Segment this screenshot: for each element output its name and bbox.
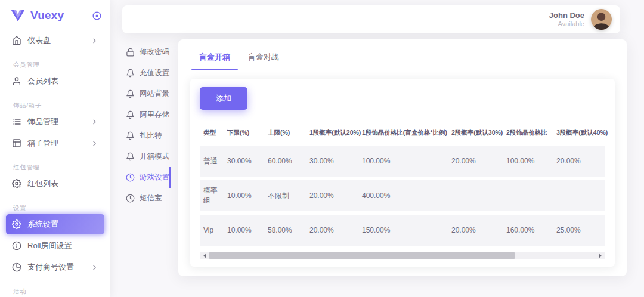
sidebar-section-header-redpacket: 红包管理: [13, 163, 110, 172]
chevron-right-icon: [91, 118, 98, 126]
sidebar-section-header-items-boxes: 饰品/箱子: [13, 101, 110, 110]
table-row: 普通 30.00% 60.00% 30.00% 100.00% 20.00% 1…: [200, 146, 605, 177]
sidebar-item-system-settings[interactable]: 系统设置: [6, 214, 104, 234]
sidebar-item-label: 箱子管理: [27, 138, 58, 148]
table-cell: 30.00%: [224, 146, 264, 177]
table-row: Vip 10.00% 58.00% 20.00% 150.00% 20.00% …: [200, 215, 605, 246]
table-cell: [448, 180, 503, 211]
user-name: John Doe: [549, 11, 584, 20]
sidebar-item-member-list[interactable]: 会员列表: [6, 71, 104, 91]
brand-name: Vuexy: [30, 9, 92, 22]
table-cell: 概率组: [200, 180, 224, 211]
table-cell: 20.00%: [306, 215, 358, 246]
horizontal-scrollbar[interactable]: [200, 252, 605, 259]
table-cell: 20.00%: [448, 215, 503, 246]
user-status: Available: [549, 20, 584, 29]
settings-nav-item-game-settings[interactable]: 游戏设置: [122, 167, 171, 188]
gear-icon: [12, 219, 21, 229]
settings-nav-item-sms[interactable]: 短信宝: [122, 188, 171, 209]
gear-icon: [12, 179, 21, 188]
settings-nav-label: 短信宝: [140, 193, 162, 203]
settings-nav-label: 阿里存储: [140, 110, 169, 120]
settings-nav-label: 扎比特: [140, 131, 162, 141]
sidebar-item-box-management[interactable]: 箱子管理: [6, 133, 104, 153]
tab-blindbox-open[interactable]: 盲盒开箱: [190, 45, 239, 70]
settings-nav: 修改密码 充值设置 网站背景 阿里存储 扎比特 开箱模式: [122, 39, 171, 209]
settings-nav-item-unbox-mode[interactable]: 开箱模式: [122, 146, 171, 167]
lock-icon: [126, 48, 135, 57]
table-cell: [503, 180, 553, 211]
user-avatar[interactable]: [591, 9, 612, 30]
sidebar-item-payment-merchant-settings[interactable]: 支付商号设置: [6, 257, 104, 277]
settings-nav-label: 充值设置: [140, 68, 169, 78]
bell-icon: [126, 152, 135, 161]
sidebar-section-header-settings: 设置: [13, 204, 110, 212]
sidebar-item-label: 仪表盘: [27, 35, 51, 46]
settings-nav-label: 游戏设置: [140, 172, 169, 182]
scroll-left-button[interactable]: [200, 252, 209, 259]
vuexy-logo-icon: [11, 10, 25, 21]
table-cell: 150.00%: [358, 215, 448, 246]
sidebar-item-label: Roll房间设置: [27, 240, 72, 251]
scroll-right-button[interactable]: [596, 252, 605, 259]
sidebar-item-label: 系统设置: [27, 219, 58, 230]
scrollbar-thumb[interactable]: [209, 252, 515, 259]
tab-divider: [292, 48, 292, 68]
settings-nav-item-change-password[interactable]: 修改密码: [122, 42, 171, 63]
table-cell: 20.00%: [448, 146, 503, 177]
tab-bar: 盲盒开箱 盲盒对战: [190, 45, 615, 70]
blindbox-open-settings-card: 添加 类型 下限(%) 上限(%) 1段概率(默认20%): [190, 79, 615, 267]
scrollbar-track[interactable]: [209, 252, 596, 259]
table-cell: 20.00%: [553, 146, 605, 177]
home-icon: [12, 36, 21, 45]
sidebar-item-label: 饰品管理: [27, 116, 58, 127]
bell-icon: [126, 131, 135, 140]
table-cell: [553, 180, 605, 211]
scroll-right-arrow-icon: [599, 253, 604, 258]
table-row: 概率组 10.00% 不限制 20.00% 400.00%: [200, 180, 605, 211]
column-header: 1段饰品价格比(盲盒价格*比例): [358, 123, 448, 142]
sidebar-item-label: 红包列表: [27, 178, 58, 189]
scroll-left-arrow-icon: [201, 253, 206, 258]
table-cell: 58.00%: [264, 215, 306, 246]
tab-blindbox-battle[interactable]: 盲盒对战: [239, 45, 288, 70]
settings-nav-label: 网站背景: [140, 89, 169, 99]
column-header: 3段概率(默认40%): [553, 123, 605, 142]
add-button[interactable]: 添加: [200, 87, 247, 110]
bell-icon: [126, 69, 135, 78]
settings-nav-label: 修改密码: [140, 47, 169, 57]
layout-icon: [12, 138, 21, 148]
user-icon: [12, 76, 21, 86]
settings-nav-item-ali-storage[interactable]: 阿里存储: [122, 104, 171, 125]
sidebar-item-dashboard[interactable]: 仪表盘: [6, 30, 104, 51]
settings-nav-item-zhabite[interactable]: 扎比特: [122, 125, 171, 146]
top-header-bar: John Doe Available: [122, 5, 620, 33]
sidebar-item-accessory-management[interactable]: 饰品管理: [6, 112, 104, 132]
column-header: 2段概率(默认30%): [448, 123, 503, 142]
probability-table: 类型 下限(%) 上限(%) 1段概率(默认20%) 1段饰品价格比(盲盒价格*…: [200, 119, 605, 249]
settings-nav-item-recharge-settings[interactable]: 充值设置: [122, 63, 171, 83]
table-cell: 100.00%: [503, 146, 553, 177]
table-cell: 30.00%: [306, 146, 358, 177]
table-cell: 400.00%: [358, 180, 448, 211]
tab-label: 盲盒对战: [248, 52, 279, 61]
sidebar-collapse-toggle-icon[interactable]: [92, 11, 102, 21]
table-header-row: 类型 下限(%) 上限(%) 1段概率(默认20%) 1段饰品价格比(盲盒价格*…: [200, 123, 605, 142]
bell-icon: [126, 89, 135, 98]
table-cell: 160.00%: [503, 215, 553, 246]
settings-nav-label: 开箱模式: [140, 151, 169, 162]
game-settings-panel: 盲盒开箱 盲盒对战 添加: [178, 39, 627, 276]
sidebar-item-roll-room-settings[interactable]: Roll房间设置: [6, 236, 104, 256]
table-cell: 100.00%: [358, 146, 448, 177]
content-area: John Doe Available 修改密码 充值设置 网站背景: [110, 0, 644, 297]
list-icon: [12, 117, 21, 126]
table-cell: 不限制: [264, 180, 306, 211]
brand-header: Vuexy: [0, 0, 110, 29]
table-cell: Vip: [200, 215, 224, 246]
sidebar-item-label: 支付商号设置: [27, 262, 74, 273]
table-cell: 10.00%: [224, 180, 264, 211]
sidebar-item-redpacket-list[interactable]: 红包列表: [6, 174, 104, 194]
settings-nav-item-site-background[interactable]: 网站背景: [122, 83, 171, 104]
table-cell: 普通: [200, 146, 224, 177]
column-header: 类型: [200, 123, 224, 142]
